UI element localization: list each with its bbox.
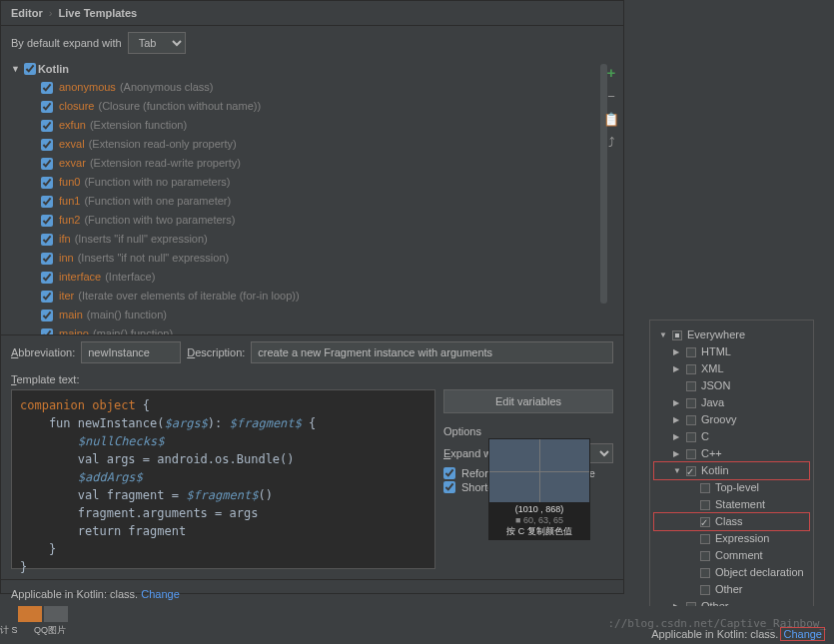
ctx-html[interactable]: ▶HTML — [654, 343, 809, 360]
template-interface[interactable]: interface(Interface) — [29, 268, 623, 287]
ctx-json[interactable]: JSON — [654, 377, 809, 394]
template-closure[interactable]: closure(Closure (function without name)) — [29, 97, 623, 116]
template-text-editor[interactable]: companion object { fun newInstance($args… — [11, 389, 435, 569]
ctx-comment[interactable]: Comment — [654, 547, 809, 564]
reformat-checkbox[interactable] — [443, 467, 455, 479]
template-checkbox[interactable] — [41, 120, 53, 132]
ctx-cpp[interactable]: ▶C++ — [654, 445, 809, 462]
magnifier-pos: (1010 , 868) — [489, 504, 589, 515]
breadcrumb-live-templates[interactable]: Live Templates — [59, 7, 138, 19]
template-group-kotlin[interactable]: ▼ Kotlin — [1, 60, 623, 78]
ctx-toplevel[interactable]: Top-level — [654, 479, 809, 496]
template-iter[interactable]: iter(Iterate over elements of iterable (… — [29, 287, 623, 306]
template-checkbox[interactable] — [41, 272, 53, 284]
template-checkbox[interactable] — [41, 310, 53, 322]
magnifier-hint: 按 C 复制颜色值 — [489, 526, 589, 537]
applicable-text: Applicable in Kotlin: class. — [11, 588, 141, 600]
caret-down-icon: ▼ — [11, 64, 20, 74]
watermark: ://blog.csdn.net/Captive_Rainbow_ — [607, 617, 826, 630]
ctx-groovy[interactable]: ▶Groovy — [654, 411, 809, 428]
template-main[interactable]: main(main() function) — [29, 306, 623, 324]
options-title: Options — [443, 425, 613, 437]
abbreviation-label: Abbreviation: — [11, 346, 75, 358]
tree-side-buttons: + − 📋 ⤴ — [603, 64, 619, 150]
shorten-checkbox[interactable] — [443, 481, 455, 493]
template-text-label: Template text: — [1, 369, 623, 389]
taskbar-label-2: QQ图片 — [34, 624, 66, 637]
magnifier-crosshair — [489, 439, 589, 502]
template-checkbox[interactable] — [41, 139, 53, 151]
template-fun2[interactable]: fun2(Function with two parameters) — [29, 211, 623, 230]
ctx-kotlin[interactable]: ▼Kotlin — [654, 462, 809, 479]
template-fun1[interactable]: fun1(Function with one parameter) — [29, 192, 623, 211]
template-checkbox[interactable] — [41, 328, 53, 335]
description-label: Description: — [187, 346, 245, 358]
breadcrumb-sep: › — [49, 7, 53, 19]
taskbar-label-1: 计 S — [0, 624, 18, 637]
template-checkbox[interactable] — [41, 291, 53, 303]
taskbar-thumb-1[interactable] — [18, 606, 42, 622]
template-inn[interactable]: inn(Inserts "if not null" expression) — [29, 249, 623, 268]
template-ifn[interactable]: ifn(Inserts "if null" expression) — [29, 230, 623, 249]
color-magnifier: (1010 , 868) ■ 60, 63, 65 按 C 复制颜色值 — [489, 439, 589, 539]
template-checkbox[interactable] — [41, 177, 53, 189]
ctx-everywhere[interactable]: ▼Everywhere — [654, 326, 809, 343]
ctx-c[interactable]: ▶C — [654, 428, 809, 445]
description-input[interactable] — [251, 341, 613, 363]
abbr-desc-row: Abbreviation: Description: — [1, 334, 623, 369]
ctx-other1[interactable]: Other — [654, 581, 809, 598]
template-checkbox[interactable] — [41, 196, 53, 208]
template-anonymous[interactable]: anonymous(Anonymous class) — [29, 78, 623, 97]
template-fun0[interactable]: fun0(Function with no parameters) — [29, 173, 623, 192]
applicable-row: Applicable in Kotlin: class. Change — [1, 579, 623, 608]
template-checkbox[interactable] — [41, 253, 53, 265]
template-checkbox[interactable] — [41, 215, 53, 227]
template-checkbox[interactable] — [41, 101, 53, 113]
template-checkbox[interactable] — [41, 82, 53, 94]
templates-tree[interactable]: ▼ Kotlin anonymous(Anonymous class) clos… — [1, 60, 623, 334]
taskbar: 计 S QQ图片 Applicable in Kotlin: class. Ch… — [0, 606, 834, 644]
ctx-xml[interactable]: ▶XML — [654, 360, 809, 377]
default-expand-label: By default expand with — [11, 37, 122, 49]
ctx-java[interactable]: ▶Java — [654, 394, 809, 411]
template-maino[interactable]: maino(main() function) — [29, 324, 623, 334]
remove-template-button[interactable]: − — [607, 89, 615, 104]
magnifier-rgb: 60, 63, 65 — [523, 515, 563, 525]
ctx-expression[interactable]: Expression — [654, 530, 809, 547]
copy-template-button[interactable]: 📋 — [603, 112, 619, 127]
breadcrumb: Editor › Live Templates — [1, 1, 623, 26]
context-popup[interactable]: ▼Everywhere ▶HTML ▶XML JSON ▶Java ▶Groov… — [649, 320, 814, 622]
default-expand-select[interactable]: Tab — [128, 32, 186, 54]
abbreviation-input[interactable] — [81, 341, 181, 363]
ctx-statement[interactable]: Statement — [654, 496, 809, 513]
template-checkbox[interactable] — [41, 234, 53, 246]
change-link[interactable]: Change — [141, 588, 180, 600]
template-exvar[interactable]: exvar(Extension read-write property) — [29, 154, 623, 173]
template-exval[interactable]: exval(Extension read-only property) — [29, 135, 623, 154]
group-label: Kotlin — [38, 63, 69, 75]
default-expand-row: By default expand with Tab — [1, 26, 623, 60]
magnifier-readout: (1010 , 868) ■ 60, 63, 65 按 C 复制颜色值 — [489, 502, 589, 539]
ctx-objdecl[interactable]: Object declaration — [654, 564, 809, 581]
template-checkbox[interactable] — [41, 158, 53, 170]
ctx-class[interactable]: Class — [654, 513, 809, 530]
template-exfun[interactable]: exfun(Extension function) — [29, 116, 623, 135]
settings-template-button[interactable]: ⤴ — [608, 135, 615, 150]
add-template-button[interactable]: + — [607, 64, 616, 81]
breadcrumb-editor[interactable]: Editor — [11, 7, 43, 19]
taskbar-thumb-2[interactable] — [44, 606, 68, 622]
group-checkbox[interactable] — [24, 63, 36, 75]
edit-variables-button[interactable]: Edit variables — [443, 389, 613, 413]
